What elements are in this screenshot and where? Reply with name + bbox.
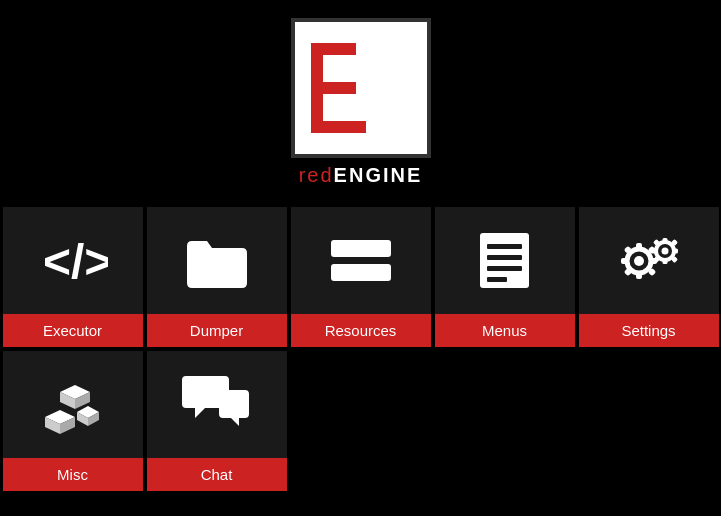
chat-icon-area — [147, 351, 287, 458]
svg-rect-17 — [487, 277, 507, 282]
misc-label: Misc — [3, 458, 143, 491]
executor-icon-area: </> — [3, 207, 143, 314]
misc-button[interactable]: Misc — [3, 351, 143, 491]
executor-button[interactable]: </> Executor — [3, 207, 143, 347]
svg-rect-31 — [662, 258, 667, 264]
logo-section: redENGINE — [291, 18, 431, 187]
chat-button[interactable]: Chat — [147, 351, 287, 491]
resources-icon-area — [291, 207, 431, 314]
settings-button[interactable]: Settings — [579, 207, 719, 347]
chat-icon — [177, 372, 257, 437]
menus-button[interactable]: Menus — [435, 207, 575, 347]
svg-rect-20 — [636, 243, 642, 251]
settings-icon-area — [579, 207, 719, 314]
menus-label: Menus — [435, 314, 575, 347]
logo-tagline: redENGINE — [299, 164, 423, 187]
resources-button[interactable]: Resources — [291, 207, 431, 347]
svg-rect-30 — [662, 238, 667, 244]
dumper-button[interactable]: Dumper — [147, 207, 287, 347]
menu-grid: </> Executor Dumper Resources — [0, 207, 721, 491]
menus-icon — [472, 228, 537, 293]
settings-icon — [609, 231, 689, 291]
svg-rect-5 — [356, 43, 396, 55]
svg-rect-11 — [331, 240, 391, 257]
misc-icon-area — [3, 351, 143, 458]
logo-red: red — [299, 164, 334, 186]
chat-label: Chat — [147, 458, 287, 491]
svg-rect-15 — [487, 255, 522, 260]
dumper-icon — [182, 231, 252, 291]
executor-label: Executor — [3, 314, 143, 347]
dumper-label: Dumper — [147, 314, 287, 347]
svg-rect-3 — [311, 43, 323, 133]
resources-label: Resources — [291, 314, 431, 347]
settings-label: Settings — [579, 314, 719, 347]
resources-icon — [326, 233, 396, 288]
svg-rect-21 — [636, 271, 642, 279]
menus-icon-area — [435, 207, 575, 314]
logo-svg — [301, 28, 421, 148]
dumper-icon-area — [147, 207, 287, 314]
svg-rect-12 — [331, 264, 391, 281]
executor-icon: </> — [38, 233, 108, 288]
misc-icon — [35, 372, 110, 437]
svg-rect-33 — [672, 248, 678, 253]
svg-rect-6 — [356, 82, 396, 94]
logo-box — [291, 18, 431, 158]
svg-text:</>: </> — [43, 235, 108, 288]
svg-point-19 — [634, 256, 644, 266]
svg-rect-22 — [621, 258, 629, 264]
svg-rect-32 — [652, 248, 658, 253]
svg-rect-14 — [487, 244, 522, 249]
svg-rect-16 — [487, 266, 522, 271]
svg-point-29 — [661, 247, 668, 254]
logo-white: ENGINE — [334, 164, 423, 186]
